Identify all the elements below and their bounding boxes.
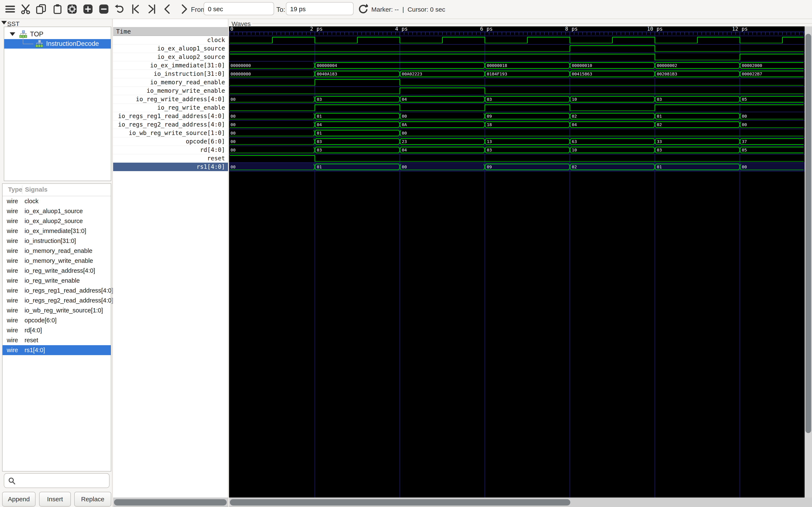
append-button[interactable]: Append: [2, 492, 36, 507]
table-row[interactable]: wireio_memory_read_enable: [3, 246, 111, 256]
copy-button[interactable]: [35, 3, 47, 15]
svg-text:00: 00: [402, 130, 407, 135]
svg-text:01: 01: [317, 114, 322, 119]
panel-divider-waves[interactable]: [228, 19, 229, 507]
waves-hscrollbar-thumb[interactable]: [230, 499, 570, 506]
sst-expander-icon[interactable]: [1, 21, 7, 24]
from-input[interactable]: 0 sec: [204, 2, 274, 15]
table-row[interactable]: wireio_regs_reg1_read_address[4:0]: [3, 286, 111, 295]
table-row[interactable]: wireclock: [3, 196, 111, 206]
to-input[interactable]: 19 ps: [286, 2, 354, 15]
toolbar: From: 0 sec To: 19 ps Marker: -- | Curso…: [0, 0, 812, 19]
signals-hscrollbar-thumb[interactable]: [114, 499, 227, 506]
reload-button[interactable]: [357, 3, 368, 15]
menu-icon: [5, 4, 16, 14]
svg-text:00: 00: [742, 114, 747, 119]
signal-list-item[interactable]: io_ex_aluop1_source: [113, 44, 228, 53]
svg-text:03: 03: [317, 139, 322, 144]
svg-text:00000018: 00000018: [487, 63, 507, 68]
svg-text:00: 00: [231, 164, 236, 169]
table-row[interactable]: wireio_instruction[31:0]: [3, 236, 111, 246]
svg-text:03: 03: [317, 148, 322, 153]
svg-text:0: 0: [230, 26, 233, 32]
signal-list-item[interactable]: io_instruction[31:0]: [113, 70, 228, 78]
zoom-out-button[interactable]: [98, 3, 110, 15]
svg-text:00: 00: [742, 164, 747, 169]
column-header-signals[interactable]: Signals: [25, 186, 48, 193]
signal-type: wire: [7, 327, 18, 334]
svg-text:01: 01: [317, 130, 322, 135]
signal-list-item[interactable]: opcode[6:0]: [113, 137, 228, 146]
step-left-button[interactable]: [161, 3, 173, 15]
signal-list-item[interactable]: io_reg_write_address[4:0]: [113, 95, 228, 104]
waveform-canvas[interactable]: 02ps4ps6ps8ps10ps12ps0000000000000004000…: [229, 26, 805, 498]
table-row[interactable]: wirers1[4:0]: [3, 345, 111, 355]
signal-list-item[interactable]: clock: [113, 36, 228, 44]
svg-text:04: 04: [402, 148, 407, 153]
signal-list-item[interactable]: rs1[4:0]: [113, 163, 228, 171]
svg-text:00: 00: [231, 130, 236, 135]
table-row[interactable]: wireio_ex_aluop2_source: [3, 216, 111, 226]
table-row[interactable]: wireio_memory_write_enable: [3, 256, 111, 266]
insert-button[interactable]: Insert: [39, 492, 71, 507]
top-expander-icon[interactable]: [10, 32, 15, 36]
waves-hscrollbar-track[interactable]: [229, 498, 812, 507]
signal-type: wire: [7, 277, 18, 284]
zoom-in-button[interactable]: [82, 3, 94, 15]
signal-name: io_regs_reg1_read_address[4:0]: [24, 287, 113, 294]
goto-end-button[interactable]: [146, 3, 158, 15]
tree-node-top[interactable]: TOP: [4, 30, 111, 39]
signal-list-item[interactable]: io_ex_aluop2_source: [113, 53, 228, 61]
table-row[interactable]: wirerd[4:0]: [3, 325, 111, 335]
signal-list-item[interactable]: io_memory_read_enable: [113, 78, 228, 87]
svg-text:05: 05: [742, 97, 747, 102]
sst-section-label: SST: [7, 20, 19, 27]
table-row[interactable]: wireopcode[6:0]: [3, 316, 111, 325]
zoom-fit-button[interactable]: [66, 3, 78, 15]
signal-list-item[interactable]: io_memory_write_enable: [113, 87, 228, 95]
signal-type: wire: [7, 208, 18, 215]
table-row[interactable]: wireio_wb_reg_write_source[1:0]: [3, 305, 111, 316]
step-right-button[interactable]: [178, 3, 190, 15]
undo-button[interactable]: [114, 3, 125, 15]
signal-list-item[interactable]: io_reg_write_enable: [113, 104, 228, 112]
panel-divider-left[interactable]: [112, 19, 112, 507]
signal-list-item[interactable]: reset: [113, 154, 228, 163]
svg-text:2: 2: [310, 26, 313, 32]
replace-button[interactable]: Replace: [74, 492, 111, 507]
svg-text:000022B7: 000022B7: [742, 71, 762, 76]
svg-text:0040A183: 0040A183: [317, 71, 337, 76]
svg-text:00000002: 00000002: [657, 63, 677, 68]
table-row[interactable]: wireio_ex_immediate[31:0]: [3, 226, 111, 236]
signal-list-item[interactable]: io_regs_reg2_read_address[4:0]: [113, 120, 228, 129]
svg-text:01: 01: [657, 164, 662, 169]
table-row[interactable]: wirereset: [3, 335, 111, 345]
goto-start-button[interactable]: [130, 3, 142, 15]
signal-list-item[interactable]: io_regs_reg1_read_address[4:0]: [113, 112, 228, 120]
svg-text:01: 01: [657, 114, 662, 119]
table-row[interactable]: wireio_reg_write_enable: [3, 276, 111, 286]
cut-button[interactable]: [20, 3, 32, 15]
signal-type: wire: [7, 297, 18, 304]
signal-name: opcode[6:0]: [24, 317, 57, 324]
signal-list-item[interactable]: rd[4:0]: [113, 146, 228, 154]
time-header[interactable]: Time: [113, 27, 228, 36]
svg-text:10: 10: [572, 97, 577, 102]
table-row[interactable]: wireio_regs_reg2_read_address[4:0]: [3, 295, 111, 305]
table-row[interactable]: wireio_ex_aluop1_source: [3, 206, 111, 216]
table-row[interactable]: wireio_reg_write_address[4:0]: [3, 266, 111, 276]
menu-button[interactable]: [4, 3, 16, 15]
signals-hscrollbar-track[interactable]: [113, 498, 228, 507]
column-header-type[interactable]: Type: [8, 186, 22, 193]
waves-vscrollbar-thumb[interactable]: [805, 34, 811, 433]
svg-text:0184F193: 0184F193: [487, 71, 507, 76]
signal-list-item[interactable]: io_ex_immediate[31:0]: [113, 61, 228, 70]
paste-button[interactable]: [52, 3, 63, 15]
svg-text:ps: ps: [657, 26, 663, 32]
signal-search-input[interactable]: [4, 473, 109, 488]
signal-type: wire: [7, 287, 18, 294]
tree-node-instructiondecode[interactable]: InstructionDecode: [4, 39, 111, 49]
signal-list-item[interactable]: io_wb_reg_write_source[1:0]: [113, 129, 228, 137]
signal-type: wire: [7, 237, 18, 244]
waves-vscrollbar-track[interactable]: [805, 26, 812, 498]
